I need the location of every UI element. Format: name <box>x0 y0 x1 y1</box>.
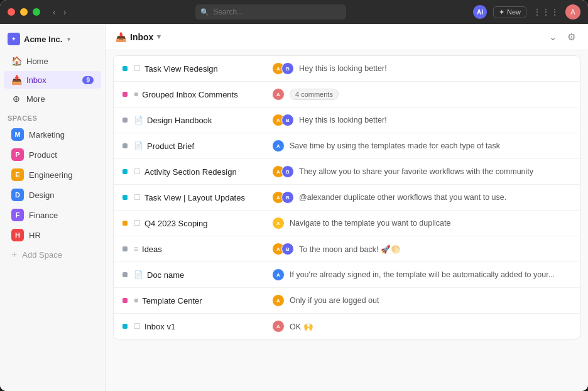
row-message: OK 🙌 <box>290 322 313 331</box>
inbox-row-grouped-inbox[interactable]: ■ Grouped Inbox Comments A 4 comments <box>114 82 580 107</box>
row-title-text: Product Brief <box>147 141 194 151</box>
row-message: If you're already signed in, the templat… <box>290 270 555 279</box>
avatars-group: A <box>272 320 285 333</box>
add-space-icon: + <box>11 249 17 260</box>
avatars-group: A <box>272 294 285 307</box>
traffic-light-minimize[interactable] <box>20 8 28 16</box>
row-title-text: Q4 2023 Scoping <box>144 219 207 228</box>
settings-button[interactable]: ⚙ <box>565 30 578 44</box>
grid-icon[interactable]: ⋮⋮⋮ <box>533 7 559 17</box>
row-message: To the moon and back! 🚀🌕 <box>299 245 401 254</box>
user-avatar[interactable]: A <box>565 4 580 19</box>
row-indicator <box>122 272 128 277</box>
workspace-icon: ✦ <box>8 33 20 45</box>
space-design[interactable]: D Design <box>4 185 101 204</box>
avatar: A <box>272 140 285 152</box>
sidebar-item-more[interactable]: ⊕ More <box>4 90 101 107</box>
workspace-selector[interactable]: ✦ Acme Inc. ▾ <box>0 30 105 52</box>
row-indicator <box>122 118 128 123</box>
task-icon: ■ <box>134 90 138 99</box>
space-engineering[interactable]: E Engineering <box>4 165 101 184</box>
row-indicator <box>122 169 128 174</box>
row-content: A B Hey this is looking better! <box>272 114 571 126</box>
space-product[interactable]: P Product <box>4 145 101 164</box>
avatar: B <box>281 114 294 126</box>
traffic-light-close[interactable] <box>8 8 15 16</box>
space-finance[interactable]: F Finance <box>4 206 101 224</box>
sidebar-item-home[interactable]: 🏠 Home <box>4 52 101 70</box>
avatars-group: A B <box>272 191 294 204</box>
space-marketing[interactable]: M Marketing <box>4 125 101 144</box>
row-indicator <box>122 143 128 148</box>
traffic-light-fullscreen[interactable] <box>33 8 40 16</box>
task-icon: ☐ <box>134 167 141 176</box>
row-title-text: Task View Redesign <box>144 64 218 74</box>
filter-button[interactable]: ⌄ <box>547 30 560 44</box>
inbox-row-doc-name[interactable]: 📄 Doc name A If you're already signed in… <box>114 262 580 288</box>
inbox-row-design-handbook[interactable]: 📄 Design Handbook A B Hey this is lookin… <box>114 107 580 133</box>
task-icon: ☐ <box>134 219 141 228</box>
row-title: ≡ Ideas <box>134 245 272 254</box>
avatar: A <box>272 294 285 307</box>
row-title-text: Design Handbook <box>147 116 212 125</box>
inbox-row-task-view-layout[interactable]: ☐ Task View | Layout Updates A B @alexan… <box>114 185 580 211</box>
inbox-row-q4-scoping[interactable]: ☐ Q4 2023 Scoping A Navigate to the temp… <box>114 211 580 236</box>
inbox-row-activity-section[interactable]: ☐ Activity Section Redesign A B They all… <box>114 159 580 185</box>
new-button-icon: ✦ <box>499 8 504 16</box>
titlebar-nav: ‹ › <box>50 6 68 18</box>
row-message: Navigate to the template you want to dup… <box>290 219 450 228</box>
row-indicator <box>122 298 128 303</box>
home-icon: 🏠 <box>11 56 21 66</box>
task-icon: ☐ <box>134 322 141 331</box>
inbox-row-task-view-redesign[interactable]: ☐ Task View Redesign A B Hey this is loo… <box>114 56 580 82</box>
row-indicator <box>122 66 128 71</box>
row-title: ☐ Task View | Layout Updates <box>134 193 272 202</box>
back-button[interactable]: ‹ <box>50 6 58 18</box>
row-title-text: Inbox v1 <box>144 322 175 331</box>
inbox-title[interactable]: 📥 Inbox ▾ <box>116 32 161 42</box>
row-message: Save time by using the templates made fo… <box>290 141 500 150</box>
row-title: 📄 Product Brief <box>134 141 272 151</box>
new-button[interactable]: ✦ New <box>493 6 526 18</box>
doc-icon: 📄 <box>134 116 143 124</box>
row-title: ■ Grouped Inbox Comments <box>134 90 272 99</box>
sidebar-item-inbox-label: Inbox <box>26 75 46 85</box>
row-message: They allow you to share your favorite wo… <box>299 167 533 176</box>
search-input[interactable] <box>195 4 346 19</box>
row-title: ☐ Activity Section Redesign <box>134 167 272 177</box>
avatar: B <box>281 165 294 178</box>
add-space-label: Add Space <box>22 250 62 260</box>
sidebar-item-inbox[interactable]: 📥 Inbox 9 <box>4 71 101 89</box>
row-title-text: Grouped Inbox Comments <box>142 90 237 99</box>
space-dot-marketing: M <box>11 128 24 141</box>
ai-badge[interactable]: AI <box>473 5 487 19</box>
row-title: ■ Template Center <box>134 296 272 306</box>
row-content: A B Hey this is looking better! <box>272 62 571 75</box>
space-hr[interactable]: H HR <box>4 226 101 245</box>
row-content: A OK 🙌 <box>272 320 571 333</box>
row-title-text: Task View | Layout Updates <box>144 193 245 202</box>
spaces-header: Spaces <box>0 108 105 124</box>
row-content: A B @alexander duplicate other workflows… <box>272 191 571 204</box>
content-area: 📥 Inbox ▾ ⌄ ⚙ ☐ Task View Redesi <box>106 24 588 391</box>
inbox-row-inbox-v1[interactable]: ☐ Inbox v1 A OK 🙌 <box>114 314 580 339</box>
forward-button[interactable]: › <box>61 6 69 18</box>
row-title: ☐ Q4 2023 Scoping <box>134 219 272 228</box>
avatar: A <box>272 88 285 101</box>
inbox-row-template-center[interactable]: ■ Template Center A Only if you are logg… <box>114 288 580 314</box>
row-title: ☐ Task View Redesign <box>134 64 272 74</box>
space-label-engineering: Engineering <box>29 170 72 180</box>
inbox-row-product-brief[interactable]: 📄 Product Brief A Save time by using the… <box>114 133 580 159</box>
avatar: A <box>272 320 285 333</box>
inbox-header-icon: 📥 <box>116 32 126 42</box>
row-indicator <box>122 324 128 329</box>
sidebar-item-more-label: More <box>26 94 45 104</box>
titlebar-right: AI ✦ New ⋮⋮⋮ A <box>473 4 580 19</box>
row-content: A 4 comments <box>272 88 571 101</box>
inbox-row-ideas[interactable]: ≡ Ideas A B To the moon and back! 🚀🌕 <box>114 236 580 262</box>
row-indicator <box>122 195 128 200</box>
add-space-button[interactable]: + Add Space <box>4 246 101 263</box>
search-icon: 🔍 <box>200 8 209 16</box>
row-content: A If you're already signed in, the templ… <box>272 268 571 281</box>
avatar: B <box>281 191 294 204</box>
